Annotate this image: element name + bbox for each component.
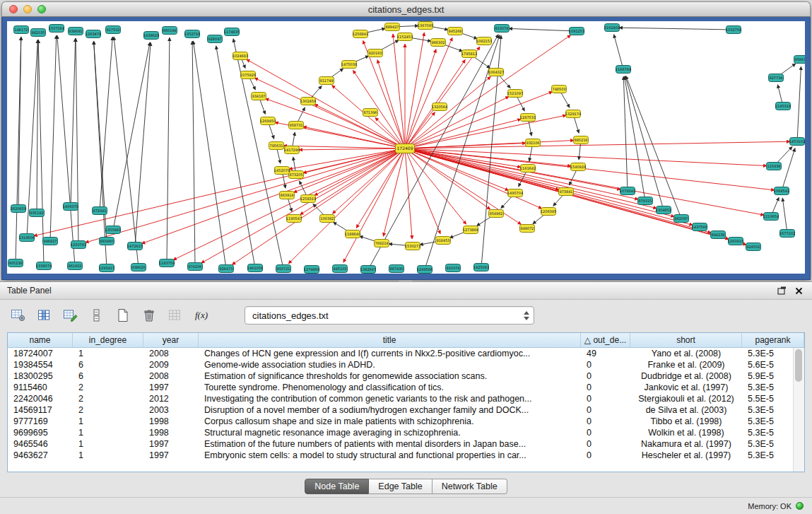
graph-node[interactable]: 1329174: [565, 110, 581, 118]
graph-node[interactable]: 879315: [638, 197, 653, 205]
graph-edge[interactable]: [167, 37, 170, 263]
cell-out_degree[interactable]: 0: [581, 404, 630, 416]
graph-edge[interactable]: [405, 37, 452, 148]
import-table-icon[interactable]: [167, 308, 184, 323]
graph-node[interactable]: 926473: [219, 265, 234, 273]
graph-edge[interactable]: [135, 42, 151, 246]
graph-node[interactable]: 1461058: [247, 264, 263, 272]
cell-out_degree[interactable]: 0: [581, 438, 630, 450]
cell-out_degree[interactable]: 0: [581, 427, 630, 438]
graph-node[interactable]: 885216: [574, 136, 589, 144]
graph-edge[interactable]: [623, 76, 628, 191]
graph-node[interactable]: 1188640: [345, 230, 360, 238]
graph-node[interactable]: 945268: [448, 28, 463, 35]
cell-year[interactable]: 2009: [143, 359, 199, 370]
close-panel-icon[interactable]: [792, 285, 805, 296]
graph-edge[interactable]: [299, 148, 405, 150]
cell-name[interactable]: 18724007: [8, 348, 73, 359]
graph-node[interactable]: 1795812: [461, 50, 477, 58]
cell-in_degree[interactable]: 1: [73, 416, 143, 427]
graph-node[interactable]: 1304852: [656, 206, 671, 214]
graph-node[interactable]: 910374: [446, 264, 461, 272]
graph-node[interactable]: 1417296: [284, 146, 300, 154]
graph-node[interactable]: 905238: [8, 259, 23, 267]
table-selector-dropdown[interactable]: citations_edges.txt: [245, 306, 534, 325]
graph-edge[interactable]: [405, 148, 764, 215]
graph-node[interactable]: 1206395: [541, 208, 556, 216]
graph-node[interactable]: 849072: [520, 225, 535, 233]
graph-node[interactable]: 1530271: [405, 243, 420, 250]
cell-title[interactable]: Investigating the contribution of common…: [199, 393, 581, 404]
graph-node[interactable]: 935182: [30, 209, 45, 217]
table-row[interactable]: 2242004622012Investigating the contribut…: [8, 393, 804, 404]
graph-node[interactable]: 966302: [431, 39, 446, 47]
graph-node[interactable]: 1079342: [620, 187, 635, 195]
cell-in_degree[interactable]: 2: [73, 393, 143, 404]
column-header-out_degree[interactable]: △ out_de...: [581, 333, 630, 347]
network-canvas[interactable]: 1724091152453966302179581210643271521097…: [7, 21, 805, 274]
graph-edge[interactable]: [71, 38, 76, 206]
cell-name[interactable]: 9463627: [8, 450, 73, 461]
graph-node[interactable]: 932106: [526, 139, 541, 147]
graph-edge[interactable]: [797, 66, 801, 141]
table-row[interactable]: 946554611997Estimation of the future num…: [8, 438, 804, 450]
graph-node[interactable]: 1382647: [360, 266, 376, 274]
graph-node[interactable]: 1250793: [71, 241, 86, 249]
graph-node[interactable]: 1495704: [507, 189, 523, 197]
graph-edge[interactable]: [332, 86, 405, 149]
cell-year[interactable]: 2008: [143, 370, 199, 382]
cell-in_degree[interactable]: 2: [73, 382, 143, 393]
graph-edge[interactable]: [619, 28, 734, 30]
graph-node[interactable]: 813074: [495, 25, 510, 33]
graph-node[interactable]: 1677102: [779, 230, 795, 238]
graph-node[interactable]: 928047: [208, 35, 223, 43]
graph-node[interactable]: 1064327: [488, 69, 504, 76]
minimize-button[interactable]: [23, 5, 32, 13]
cell-short[interactable]: Jankovic et al. (1997): [630, 382, 742, 393]
graph-node[interactable]: 872941: [93, 207, 107, 215]
cell-name[interactable]: 22420046: [8, 393, 73, 404]
graph-node[interactable]: 1320564: [432, 103, 447, 111]
graph-node[interactable]: 927734: [769, 74, 784, 82]
graph-node[interactable]: 1302458: [300, 98, 316, 105]
graph-node[interactable]: 1295417: [99, 264, 114, 272]
graph-node[interactable]: 1268450: [260, 117, 276, 125]
graph-edge[interactable]: [405, 148, 657, 209]
graph-node[interactable]: 1210654: [763, 213, 779, 221]
graph-edge[interactable]: [300, 148, 406, 215]
graph-node[interactable]: 883460: [100, 238, 114, 245]
graph-node[interactable]: 1367095: [418, 22, 433, 30]
cell-short[interactable]: Hescheler et al. (1997): [630, 450, 742, 461]
graph-node[interactable]: 958731: [289, 122, 304, 129]
graph-node[interactable]: 938620: [131, 264, 146, 271]
graph-node[interactable]: 894238: [711, 231, 726, 239]
graph-edge[interactable]: [37, 40, 38, 213]
graph-node[interactable]: 945103: [333, 265, 348, 273]
cell-short[interactable]: Wolkin et al. (1998): [630, 427, 742, 438]
graph-node[interactable]: 1091253: [569, 28, 584, 35]
graph-node[interactable]: 1145318: [775, 103, 791, 110]
graph-node[interactable]: 1032758: [726, 26, 741, 34]
cell-name[interactable]: 9777169: [8, 416, 73, 427]
graph-edge[interactable]: [141, 148, 405, 244]
graph-edge[interactable]: [254, 78, 405, 148]
graph-node[interactable]: 1068542: [774, 187, 789, 195]
graph-node[interactable]: 100382: [320, 215, 335, 223]
graph-node[interactable]: 1338074: [36, 262, 52, 270]
graph-node[interactable]: 958614: [794, 56, 806, 64]
cell-year[interactable]: 1998: [143, 416, 199, 427]
cell-short[interactable]: Nakamura et al. (1997): [630, 438, 742, 450]
cell-in_degree[interactable]: 6: [73, 370, 143, 382]
graph-edge[interactable]: [614, 35, 623, 69]
table-settings-icon[interactable]: [10, 308, 27, 323]
graph-node[interactable]: 1258319: [300, 195, 316, 203]
graph-edge[interactable]: [314, 148, 405, 195]
show-columns-icon[interactable]: [36, 308, 53, 323]
graph-node[interactable]: 1174835: [224, 28, 240, 36]
graph-node[interactable]: 1475038: [341, 61, 357, 69]
table-row[interactable]: 1872400712008Changes of HCN gene express…: [8, 348, 804, 359]
table-row[interactable]: 1938455462009Genome-wide association stu…: [8, 359, 804, 370]
new-document-icon[interactable]: [114, 308, 131, 323]
graph-node[interactable]: 1507264: [49, 25, 64, 33]
function-builder-icon[interactable]: f(x): [193, 308, 210, 323]
